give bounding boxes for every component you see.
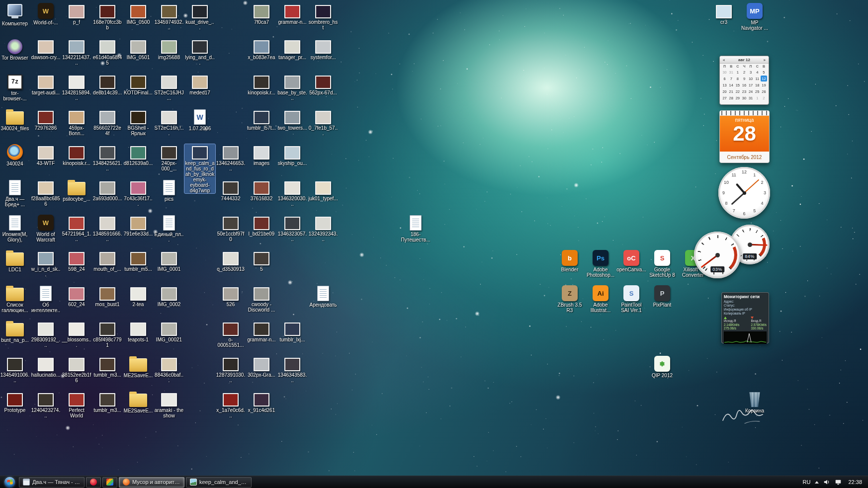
calendar-day-cell[interactable]: 26	[761, 88, 767, 94]
desktop-icon[interactable]: 1345974932...	[154, 3, 184, 30]
calendar-day-cell[interactable]: 28	[728, 95, 734, 101]
desktop-icon[interactable]: SPaintTool SAI Ver.1	[616, 285, 647, 313]
desktop-icon[interactable]: 1348425621...	[92, 144, 123, 171]
desktop-icon[interactable]: 72976286	[30, 109, 61, 131]
calendar-day-cell[interactable]: 24	[748, 88, 754, 94]
desktop-icon[interactable]: Prototype	[0, 391, 30, 413]
desktop-icon[interactable]: meded17	[184, 74, 215, 95]
desktop-icon[interactable]: oCopenCanva...	[616, 250, 647, 272]
desktop-icon[interactable]: keep_calm_and_fus_ro_dah_by_ilknokemyk-e…	[184, 144, 215, 193]
desktop-icon[interactable]: Ипомея(М, Glory), Мал...	[0, 215, 30, 243]
desktop-icon[interactable]: 43-WTF	[30, 144, 61, 166]
calendar-day-cell[interactable]: 18	[754, 82, 761, 88]
desktop-icon[interactable]: 2a693d000...	[92, 179, 123, 201]
calendar-day-cell[interactable]: 16	[741, 82, 747, 88]
desktop[interactable]: КомпьютерWWorld-of-...p_f168e70fcc3bbIMG…	[0, 0, 868, 488]
taskbar-button[interactable]: keep_calm_and_fus_r...	[186, 477, 252, 488]
desktop-icon[interactable]: 1345491006...	[0, 356, 30, 383]
desktop-icon[interactable]: ME2SaveE...	[123, 356, 154, 378]
desktop-icon[interactable]: 168e70fcc3bb	[92, 3, 123, 30]
desktop-icon[interactable]: Два.ч — Бред+ ...	[0, 179, 30, 207]
desktop-icon[interactable]: mouth_of_...	[92, 250, 123, 272]
desktop-icon[interactable]: PsAdobe Photoshop...	[585, 250, 616, 278]
calendar-day-cell[interactable]: 12	[761, 76, 767, 81]
desktop-icon[interactable]: IMG_0501	[123, 38, 154, 60]
network-info-line[interactable]: Адрес:	[724, 300, 767, 304]
desktop-icon[interactable]: tumblr_m3...	[92, 391, 123, 413]
desktop-icon[interactable]: tumblr_l57t...	[246, 109, 277, 131]
desktop-icon[interactable]: images	[246, 144, 277, 166]
desktop-icon[interactable]: Об интеллекте...	[30, 285, 61, 314]
desktop-icon[interactable]: tumblr_lxj...	[277, 321, 308, 342]
desktop-icon[interactable]: IMG_0001	[154, 250, 184, 272]
desktop-icon[interactable]: de8b14c39...	[92, 74, 123, 95]
taskbar-button[interactable]: Два.ч — Тянач - Мо...	[19, 477, 85, 488]
desktop-icon[interactable]: __blossoms...	[61, 321, 92, 348]
calendar-day-cell[interactable]: 7	[728, 76, 734, 81]
calendar-day-cell[interactable]: 21	[728, 88, 734, 94]
calendar-day-cell[interactable]: 14	[728, 82, 734, 88]
desktop-icon[interactable]: 1342211437...	[61, 38, 92, 66]
desktop-icon[interactable]: 1348591666...	[92, 215, 123, 242]
desktop-icon[interactable]: 1346246653...	[215, 144, 246, 171]
desktop-icon[interactable]: 38152ee2b1f6	[61, 356, 92, 383]
desktop-icon[interactable]: hallucinatio...	[30, 356, 61, 378]
desktop-icon[interactable]: tumblr_m5...	[123, 250, 154, 272]
desktop-icon[interactable]: 1240423274...	[30, 391, 61, 418]
desktop-icon[interactable]: o-00051551...	[215, 321, 246, 348]
desktop-icon[interactable]: 598_24	[61, 250, 92, 272]
desktop-icon[interactable]: sombrero_hst	[308, 3, 339, 30]
desktop-icon[interactable]: Perfect World	[61, 391, 92, 418]
desktop-icon[interactable]: 459px-Bonn...	[61, 109, 92, 136]
desktop-icon[interactable]: 302px-Gra...	[246, 356, 277, 378]
desktop-icon[interactable]: 37616832	[246, 179, 277, 201]
desktop-icon[interactable]: SGoogle SketchUp 8	[647, 250, 678, 278]
desktop-icon[interactable]: bunt_na_p...	[0, 321, 30, 343]
desktop-icon[interactable]: W1.07.2006	[184, 109, 215, 131]
desktop-icon[interactable]: 240px-000_...	[154, 144, 184, 171]
desktop-icon[interactable]: f28aa8bc6856	[30, 179, 61, 207]
desktop-icon[interactable]: 7f0ca7	[246, 3, 277, 25]
taskbar-button[interactable]	[86, 477, 101, 488]
show-hidden-icons-button[interactable]	[815, 481, 819, 484]
desktop-icon[interactable]: Список галлюцин...	[0, 285, 30, 313]
network-monitor-gadget[interactable]: Мониторинг сети Адрес:Статус:Информация …	[721, 292, 769, 343]
desktop-icon[interactable]: pics	[154, 179, 184, 202]
clock-gadget[interactable]: 123456789101112	[718, 167, 770, 219]
calendar-day-cell[interactable]: 15	[734, 82, 741, 88]
desktop-icon[interactable]: 186-Путешеств...	[400, 215, 431, 243]
calendar-day-cell[interactable]: 8	[734, 76, 741, 81]
calendar-day-cell[interactable]: 1	[754, 95, 761, 101]
calendar-day-cell[interactable]: 17	[748, 82, 754, 88]
desktop-icon[interactable]: 1342815894...	[61, 74, 92, 101]
desktop-icon[interactable]: 7444332	[215, 179, 246, 201]
desktop-icon[interactable]: 2-tea	[123, 285, 154, 307]
desktop-icon[interactable]: lying_and_d...	[184, 38, 215, 66]
desktop-icon[interactable]: systemfor...	[308, 38, 339, 60]
desktop-icon[interactable]: tanager_pr...	[277, 38, 308, 60]
start-button[interactable]	[4, 477, 15, 488]
desktop-icon[interactable]: kinopoisk.r...	[246, 74, 277, 95]
calendar-day-cell[interactable]: 29	[734, 95, 741, 101]
desktop-icon[interactable]: juk01_typef...	[308, 179, 339, 201]
calendar-day-cell[interactable]: 20	[721, 88, 728, 94]
desktop-icon[interactable]: 562px-67d...	[308, 74, 339, 95]
desktop-icon[interactable]: BGShell - Ярлык	[123, 109, 154, 136]
desktop-icon[interactable]: cwoody - Discworld ...	[246, 285, 277, 313]
calendar-day-cell[interactable]: 30	[741, 95, 747, 101]
desktop-icon[interactable]: ZZBrush 3.5 R3	[554, 285, 585, 313]
desktop-icon[interactable]: Единый_пл...	[154, 215, 184, 243]
desktop-icon[interactable]: 88436c0baf...	[154, 356, 184, 383]
calendar-day-cell[interactable]: 9	[741, 76, 747, 81]
taskbar-button[interactable]: Мусор и авторитет ...	[119, 477, 184, 488]
calendar-day-cell[interactable]: 31	[748, 95, 754, 101]
desktop-icon[interactable]: ME2SaveE...	[123, 391, 154, 413]
desktop-icon[interactable]: kinopoisk.r...	[61, 144, 92, 166]
desktop-icon[interactable]: target-audi...	[30, 74, 61, 95]
desktop-icon[interactable]: WWorld-of-...	[30, 3, 61, 25]
desktop-icon[interactable]: x_b083e7ea	[246, 38, 277, 60]
desktop-icon[interactable]: c85f498c7791	[92, 321, 123, 348]
desktop-icon[interactable]: 1346320030...	[277, 179, 308, 207]
taskbar-clock[interactable]: 22:38	[848, 479, 862, 485]
desktop-icon[interactable]: aramaki - the show	[154, 391, 184, 418]
